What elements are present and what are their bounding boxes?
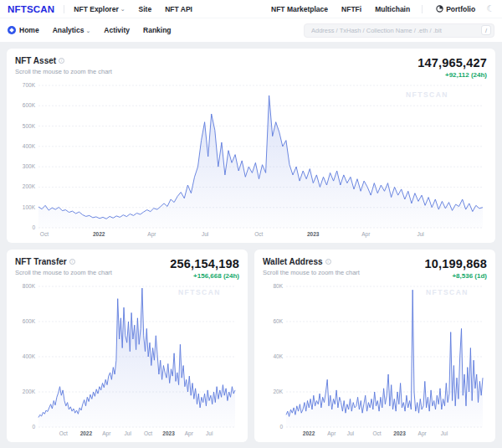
wallet-address-hint: Scroll the mouse to zoom the chart (263, 269, 360, 276)
svg-text:200K: 200K (23, 183, 36, 189)
svg-text:Apr: Apr (147, 231, 156, 238)
nft-asset-title: NFT Asset (15, 56, 56, 65)
svg-text:500K: 500K (23, 123, 36, 129)
nft-transfer-chart[interactable]: 0200K400K600K800KOct2022AprJulOct2023Apr… (15, 281, 239, 438)
nav-portfolio[interactable]: Portfolio (436, 5, 475, 13)
svg-text:2023: 2023 (162, 430, 175, 436)
subnav-ranking[interactable]: Ranking (143, 26, 172, 34)
svg-text:Apr: Apr (418, 430, 428, 437)
svg-text:300K: 300K (23, 163, 36, 169)
svg-text:40K: 40K (273, 353, 283, 359)
nav-portfolio-label: Portfolio (446, 5, 475, 13)
dashboard-main: NFT Asset i Scroll the mouse to zoom the… (0, 42, 502, 448)
search-box[interactable]: / (304, 23, 494, 38)
nft-asset-card: NFT Asset i Scroll the mouse to zoom the… (7, 49, 495, 243)
svg-text:0: 0 (32, 424, 35, 430)
svg-text:Oct: Oct (59, 430, 68, 436)
divider (422, 5, 423, 13)
nft-transfer-card: NFT Transfer i Scroll the mouse to zoom … (7, 250, 248, 442)
nftscan-logo[interactable]: NFTSCAN (8, 4, 54, 14)
svg-text:600K: 600K (23, 318, 36, 324)
home-chain-icon (8, 26, 16, 34)
svg-text:2023: 2023 (307, 231, 320, 237)
svg-text:Apr: Apr (185, 430, 194, 437)
subnav-home-label: Home (19, 26, 39, 34)
nft-transfer-change: +156,668 (24h) (170, 272, 239, 280)
chevron-down-icon: ⌄ (85, 28, 90, 33)
nav-nft-marketplace[interactable]: NFT Marketplace (271, 5, 328, 13)
wallet-address-total: 10,199,868 (424, 257, 487, 270)
svg-text:Apr: Apr (327, 430, 336, 437)
svg-text:2022: 2022 (93, 231, 105, 237)
svg-text:2022: 2022 (303, 430, 315, 436)
svg-text:20K: 20K (273, 389, 283, 394)
subnav-analytics[interactable]: Analytics ⌄ (53, 26, 91, 34)
svg-text:0: 0 (32, 224, 35, 230)
svg-text:400K: 400K (23, 143, 36, 149)
nav-nftfi[interactable]: NFTFi (341, 5, 361, 13)
nft-asset-hint: Scroll the mouse to zoom the chart (15, 68, 112, 75)
svg-text:Apr: Apr (361, 231, 371, 238)
svg-text:Jul: Jul (125, 430, 132, 436)
svg-text:700K: 700K (23, 82, 36, 88)
svg-text:Jul: Jul (202, 231, 209, 237)
subnav-activity[interactable]: Activity (104, 26, 130, 34)
nft-asset-total: 147,965,427 (417, 56, 487, 70)
svg-text:Jul: Jul (417, 231, 425, 237)
search-input[interactable] (311, 27, 478, 34)
secondary-navigation-bar: Home Analytics ⌄ Activity Ranking / (0, 18, 502, 42)
nav-multichain[interactable]: Multichain (375, 5, 410, 13)
svg-text:0: 0 (279, 424, 283, 430)
svg-text:Apr: Apr (102, 430, 111, 437)
svg-text:Jul: Jul (347, 430, 355, 436)
slash-shortcut-key: / (481, 25, 491, 35)
chevron-down-icon: ⌄ (120, 6, 126, 12)
svg-text:60K: 60K (273, 318, 283, 324)
info-icon[interactable]: i (69, 259, 75, 265)
nav-nft-explorer[interactable]: NFT Explorer ⌄ (74, 5, 125, 13)
wallet-address-change: +8,536 (1d) (424, 272, 487, 280)
info-icon[interactable]: i (325, 259, 331, 265)
svg-text:2023: 2023 (393, 430, 406, 436)
nft-transfer-title: NFT Transfer (15, 257, 67, 266)
pie-chart-icon (436, 5, 443, 13)
info-icon[interactable]: i (59, 58, 64, 64)
svg-text:Oct: Oct (373, 430, 382, 436)
svg-text:100K: 100K (23, 204, 36, 210)
svg-text:200K: 200K (23, 389, 36, 394)
svg-text:600K: 600K (23, 102, 36, 108)
nav-nft-api[interactable]: NFT API (165, 5, 192, 13)
svg-text:Oct: Oct (144, 430, 152, 436)
svg-text:800K: 800K (23, 283, 36, 289)
nft-transfer-hint: Scroll the mouse to zoom the chart (15, 269, 112, 276)
svg-text:400K: 400K (23, 353, 36, 359)
nav-nft-explorer-label: NFT Explorer (74, 5, 118, 13)
svg-text:Jul: Jul (441, 430, 448, 436)
wallet-address-card: Wallet Address i Scroll the mouse to zoo… (254, 250, 495, 442)
svg-text:Oct: Oct (254, 231, 263, 237)
dark-mode-toggle-moon-icon[interactable]: ☾ (486, 4, 494, 13)
wallet-address-title: Wallet Address (263, 257, 323, 266)
top-navigation-bar: NFTSCAN NFT Explorer ⌄ Site NFT API NFT … (0, 0, 502, 18)
svg-text:2022: 2022 (80, 430, 93, 436)
nav-site[interactable]: Site (139, 5, 152, 13)
svg-text:Oct: Oct (40, 231, 49, 237)
subnav-home[interactable]: Home (8, 26, 39, 34)
divider (64, 5, 64, 13)
svg-text:Jul: Jul (206, 430, 213, 436)
wallet-address-chart[interactable]: 020K40K60K80K2022AprJulOct2023AprJul (263, 281, 487, 438)
nft-asset-chart[interactable]: 0100K200K300K400K500K600K700KOct2022AprJ… (15, 80, 487, 239)
nft-asset-change: +92,112 (24h) (417, 71, 487, 79)
subnav-analytics-label: Analytics (53, 26, 85, 34)
nft-transfer-total: 256,154,198 (170, 257, 239, 270)
svg-text:80K: 80K (273, 283, 283, 289)
